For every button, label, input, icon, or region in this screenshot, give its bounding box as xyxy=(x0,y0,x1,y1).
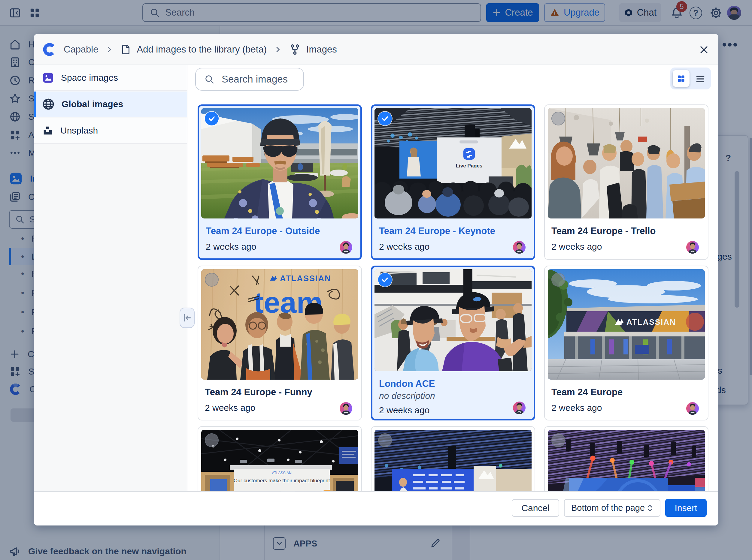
svg-text:ATLASSIAN: ATLASSIAN xyxy=(280,274,331,283)
svg-text:ATLASSIAN: ATLASSIAN xyxy=(272,471,291,475)
svg-text:Live Pages: Live Pages xyxy=(456,163,483,169)
svg-text:ATLASSIAN: ATLASSIAN xyxy=(626,318,676,326)
svg-text:Our customers make their impac: Our customers make their impact blueprin… xyxy=(234,478,330,483)
